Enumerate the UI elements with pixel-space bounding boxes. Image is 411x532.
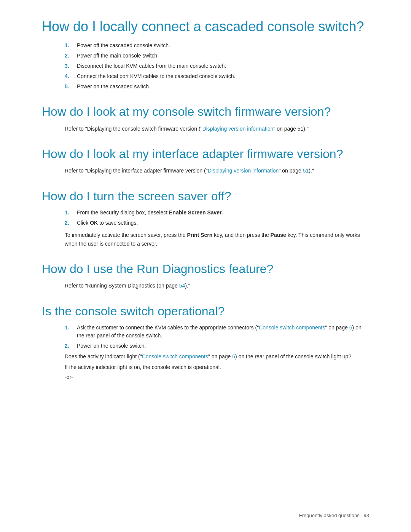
step-text: Connect the local port KVM cables to the… — [77, 72, 235, 80]
steps-list-screen-saver: 1. From the Security dialog box, deselec… — [65, 209, 369, 227]
section-screen-saver: How do I turn the screen saver off? 1. F… — [42, 189, 369, 248]
section-run-diagnostics: How do I use the Run Diagnostics feature… — [42, 262, 369, 290]
operational-note-1: Does the activity indicator light ("Cons… — [65, 352, 369, 361]
list-item: 5. Power on the cascaded switch. — [65, 83, 369, 91]
link-page-54[interactable]: 54 — [179, 283, 185, 289]
step-number: 1. — [65, 42, 74, 50]
step-number: 2. — [65, 342, 74, 350]
step-number: 1. — [65, 209, 74, 217]
step-number: 2. — [65, 52, 74, 60]
footer-page-number: 93 — [364, 513, 369, 518]
screen-saver-note: To immediately activate the screen saver… — [65, 231, 369, 248]
footer-text: Frequently asked questions — [299, 513, 360, 518]
page-footer: Frequently asked questions 93 — [299, 513, 369, 518]
list-item: 1. Ask the customer to connect the KVM c… — [65, 324, 369, 340]
section-title-cascaded: How do I locally connect a cascaded cons… — [42, 18, 369, 35]
step-text: Disconnect the local KVM cables from the… — [77, 62, 226, 70]
section-title-screen-saver: How do I turn the screen saver off? — [42, 189, 369, 203]
section-cascaded-console-switch: How do I locally connect a cascaded cons… — [42, 18, 369, 91]
step-number: 1. — [65, 324, 74, 332]
list-item: 2. Click OK to save settings. — [65, 219, 369, 227]
steps-list-operational: 1. Ask the customer to connect the KVM c… — [65, 324, 369, 350]
firmware-paragraph: Refer to "Displaying the console switch … — [65, 125, 369, 133]
operational-note-2: If the activity indicator light is on, t… — [65, 363, 369, 371]
list-item: 4. Connect the local port KVM cables to … — [65, 72, 369, 80]
section-title-adapter-firmware: How do I look at my interface adapter fi… — [42, 147, 369, 161]
list-item: 1. Power off the cascaded console switch… — [65, 42, 369, 50]
step-text: Click OK to save settings. — [77, 219, 138, 227]
link-displaying-version-2[interactable]: Displaying version information — [208, 168, 279, 174]
section-title-operational: Is the console switch operational? — [42, 304, 369, 318]
list-item: 2. Power off the main console switch. — [65, 52, 369, 60]
step-text: From the Security dialog box, deselect E… — [77, 209, 223, 217]
step-text: Power on the cascaded switch. — [77, 83, 150, 91]
section-console-switch-operational: Is the console switch operational? 1. As… — [42, 304, 369, 380]
link-page-51[interactable]: 51 — [303, 168, 309, 174]
step-text: Ask the customer to connect the KVM cabl… — [77, 324, 369, 340]
steps-list-cascaded: 1. Power off the cascaded console switch… — [65, 42, 369, 91]
step-number: 4. — [65, 72, 74, 80]
step-text: Power off the cascaded console switch. — [77, 42, 170, 50]
link-page-6-1[interactable]: 6 — [349, 324, 352, 331]
step-text: Power on the console switch. — [77, 342, 146, 350]
link-page-6-2[interactable]: 6 — [232, 353, 235, 359]
section-interface-adapter-firmware: How do I look at my interface adapter fi… — [42, 147, 369, 175]
section-title-diagnostics: How do I use the Run Diagnostics feature… — [42, 262, 369, 276]
list-item: 1. From the Security dialog box, deselec… — [65, 209, 369, 217]
or-text: -or- — [65, 374, 369, 380]
link-displaying-version[interactable]: Displaying version information — [202, 126, 274, 132]
section-title-firmware: How do I look at my console switch firmw… — [42, 104, 369, 119]
step-number: 2. — [65, 219, 74, 227]
link-console-switch-components-2[interactable]: Console switch components — [142, 353, 208, 359]
step-number: 3. — [65, 62, 74, 70]
adapter-firmware-paragraph: Refer to "Displaying the interface adapt… — [65, 166, 369, 175]
step-text: Power off the main console switch. — [77, 52, 159, 60]
diagnostics-paragraph: Refer to "Running System Diagnostics (on… — [65, 281, 369, 290]
link-console-switch-components-1[interactable]: Console switch components — [259, 324, 325, 331]
section-console-switch-firmware: How do I look at my console switch firmw… — [42, 104, 369, 133]
step-number: 5. — [65, 83, 74, 91]
list-item: 2. Power on the console switch. — [65, 342, 369, 350]
list-item: 3. Disconnect the local KVM cables from … — [65, 62, 369, 70]
